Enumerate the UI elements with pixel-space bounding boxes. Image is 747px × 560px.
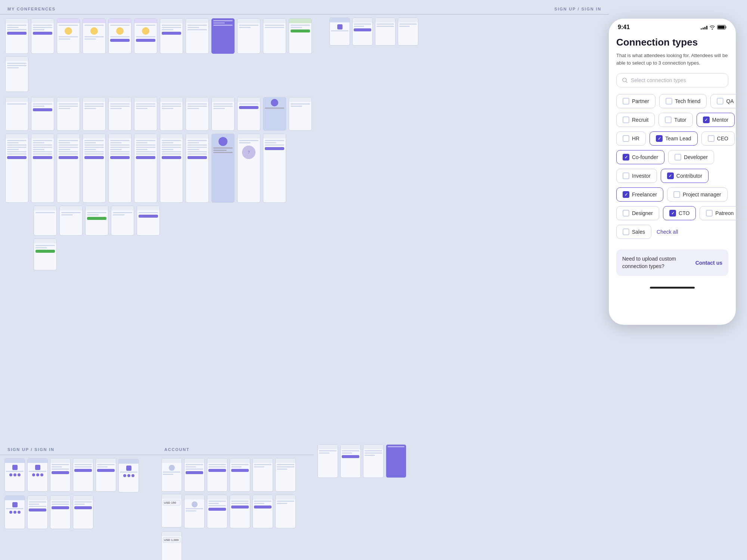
- chip-partner[interactable]: Partner: [616, 94, 655, 108]
- chips-container: Partner Tech friend QA Recruit: [616, 94, 728, 243]
- wf-thumb: [160, 134, 183, 203]
- checkbox-project-manager: [673, 191, 680, 198]
- chip-cofounder[interactable]: ✓ Co-founder: [616, 150, 664, 164]
- wireframes-grid-third-row: ?: [0, 132, 325, 204]
- sign-up-label-bottom: SIGN UP / SIGN IN: [7, 447, 55, 452]
- chip-contributor[interactable]: ✓ Contributor: [661, 169, 709, 183]
- chip-tech-friend[interactable]: Tech friend: [659, 94, 707, 108]
- chip-designer[interactable]: Designer: [616, 206, 659, 220]
- wf-thumb: [263, 97, 286, 131]
- wf-thumb: [83, 134, 106, 203]
- wf-thumb: [34, 239, 57, 270]
- chips-row-4: ✓ Co-founder Developer: [616, 150, 728, 164]
- contact-us-link[interactable]: Contact us: [695, 260, 722, 266]
- svg-rect-1: [718, 26, 725, 29]
- wf-thumb: [5, 18, 28, 54]
- wf-thumb: [211, 97, 235, 131]
- phone-content[interactable]: Connection types That is what attendees …: [609, 34, 736, 317]
- status-bar: 9:41: [609, 19, 736, 34]
- wf-thumb: [83, 97, 106, 131]
- sign-up-bottom-wireframes: [0, 455, 157, 532]
- wf-thumb: [57, 18, 80, 54]
- wf-thumb: [352, 18, 373, 46]
- wf-thumb: [160, 97, 183, 131]
- sign-up-label-top: SIGN UP / SIGN IN: [554, 7, 601, 11]
- wf-thumb: [160, 18, 183, 54]
- chip-team-lead[interactable]: ✓ Team Lead: [650, 131, 697, 146]
- check-all-link[interactable]: Check all: [657, 229, 678, 235]
- wf-thumb: [211, 134, 235, 203]
- chip-freelancer[interactable]: ✓ Freelancer: [616, 187, 663, 202]
- chip-recruit[interactable]: Recruit: [616, 113, 655, 127]
- wf-thumb: [263, 18, 286, 54]
- chip-qa[interactable]: QA: [710, 94, 736, 108]
- wf-thumb: [329, 18, 350, 46]
- account-label: ACCOUNT: [164, 447, 190, 452]
- checkbox-qa: [717, 98, 723, 105]
- wf-thumb: [237, 97, 260, 131]
- connection-types-subtitle: That is what attendees looking for. Atte…: [616, 52, 728, 66]
- wireframes-grid-second-row: [0, 96, 325, 132]
- chips-row-5: Investor ✓ Contributor: [616, 169, 728, 183]
- chip-patreon[interactable]: Patreon: [700, 206, 736, 220]
- chip-hr[interactable]: HR: [616, 131, 646, 146]
- wf-thumb: [207, 495, 227, 528]
- wf-thumb: [57, 134, 80, 203]
- wf-thumb: [50, 458, 71, 492]
- search-bar[interactable]: Select connection types: [616, 73, 728, 87]
- wf-thumb: [161, 458, 182, 492]
- chip-sales[interactable]: Sales: [616, 225, 651, 239]
- wf-thumb: [275, 495, 296, 528]
- wf-thumb: [230, 458, 250, 492]
- chip-investor[interactable]: Investor: [616, 169, 657, 183]
- wf-thumb: [4, 458, 25, 492]
- my-conferences-section: MY CONFERENCES: [0, 0, 325, 272]
- signal-bars-icon: [701, 25, 707, 29]
- wf-thumb: [263, 134, 286, 203]
- wf-thumb: [5, 97, 28, 131]
- checkbox-team-lead: ✓: [656, 135, 663, 142]
- bottom-right-wireframes: [314, 441, 609, 560]
- chips-row-1: Partner Tech friend QA: [616, 94, 728, 108]
- wf-thumb: [27, 495, 48, 529]
- search-placeholder: Select connection types: [631, 77, 686, 83]
- checkbox-cofounder: ✓: [623, 154, 629, 161]
- battery-icon: [717, 25, 727, 29]
- wf-thumb: [5, 56, 28, 92]
- checkbox-designer: [623, 210, 629, 217]
- chip-project-manager[interactable]: Project manager: [667, 187, 728, 202]
- chip-mentor[interactable]: ✓ Mentor: [697, 113, 735, 127]
- wf-thumb: [73, 495, 93, 529]
- phone-mockup: 9:41: [609, 19, 736, 325]
- checkbox-ceo: [708, 135, 715, 142]
- status-icons: [701, 25, 727, 29]
- wf-thumb: [207, 458, 227, 492]
- chip-cto[interactable]: ✓ CTO: [663, 206, 696, 220]
- wireframes-grid-top: [0, 15, 325, 96]
- wf-thumb: [317, 444, 338, 478]
- checkbox-sales: [623, 228, 629, 235]
- home-indicator-area: [616, 280, 728, 291]
- wf-thumb: [186, 18, 209, 54]
- wf-thumb: [184, 458, 205, 492]
- status-time: 9:41: [618, 24, 630, 31]
- bottom-wf-grid: [317, 444, 605, 478]
- wf-thumb: [4, 495, 25, 529]
- wireframes-grid-extra: [0, 204, 325, 237]
- chips-row-8: Sales Check all: [616, 225, 728, 239]
- chip-tutor[interactable]: Tutor: [658, 113, 692, 127]
- wf-thumb: [85, 206, 108, 236]
- page-layout: MY CONFERENCES: [0, 0, 747, 560]
- wf-thumb: [230, 495, 250, 528]
- wf-thumb: [184, 495, 205, 528]
- chip-ceo[interactable]: CEO: [701, 131, 735, 146]
- wf-thumb: [96, 458, 116, 492]
- sign-up-bottom-section: SIGN UP / SIGN IN: [0, 441, 157, 560]
- wf-thumb: [31, 18, 54, 54]
- wf-thumb: [211, 18, 235, 54]
- checkbox-developer: [675, 154, 681, 161]
- wf-thumb: [31, 97, 54, 131]
- bottom-cta: Need to upload custom connection types? …: [616, 249, 728, 276]
- chip-developer[interactable]: Developer: [668, 150, 714, 164]
- wf-thumb: [252, 458, 273, 492]
